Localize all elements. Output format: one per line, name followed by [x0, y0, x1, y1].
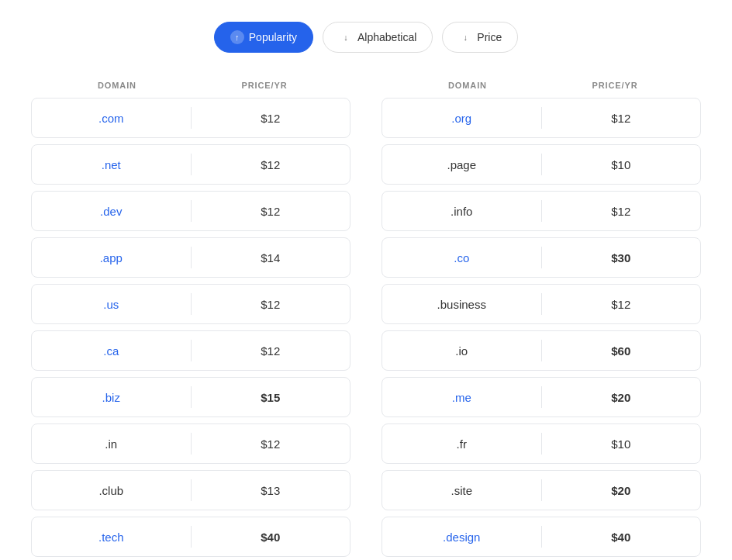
left-domain-table: DOMAIN PRICE/YR .com$12.net$12.dev$12.ap…	[31, 81, 350, 560]
price-label: Price	[477, 31, 502, 43]
tables-container: DOMAIN PRICE/YR .com$12.net$12.dev$12.ap…	[31, 81, 701, 560]
domain-price: $15	[192, 391, 350, 404]
left-domain-header: DOMAIN	[43, 81, 191, 90]
domain-price: $12	[192, 112, 350, 125]
table-row: .page$10	[382, 144, 701, 185]
table-row: .app$14	[31, 237, 350, 278]
sort-popularity-button[interactable]: ↑ Popularity	[214, 22, 313, 53]
domain-price: $10	[542, 437, 701, 451]
table-row: .info$12	[382, 191, 701, 231]
table-row: .net$12	[31, 144, 350, 185]
domain-price: $12	[192, 158, 350, 171]
domain-price: $12	[192, 437, 350, 451]
domain-name: .biz	[32, 391, 191, 404]
domain-name: .info	[382, 205, 541, 218]
table-row: .site$20	[382, 470, 701, 510]
right-domain-table: DOMAIN PRICE/YR .org$12.page$10.info$12.…	[382, 81, 701, 560]
table-row: .ca$12	[31, 330, 350, 371]
sort-bar: ↑ Popularity ↓ Alphabetical ↓ Price	[31, 16, 701, 53]
domain-price: $12	[192, 298, 350, 311]
page-container: ↑ Popularity ↓ Alphabetical ↓ Price DOMA…	[0, 0, 732, 560]
domain-price: $12	[542, 205, 701, 218]
domain-name: .us	[32, 298, 191, 311]
table-row: .fr$10	[382, 423, 701, 464]
domain-price: $60	[542, 344, 701, 358]
sort-price-button[interactable]: ↓ Price	[442, 22, 518, 53]
table-row: .io$60	[382, 330, 701, 371]
table-row: .tech$40	[31, 517, 350, 557]
domain-name: .in	[32, 437, 191, 451]
domain-name: .dev	[32, 205, 191, 218]
table-row: .club$13	[31, 470, 350, 510]
domain-price: $10	[542, 158, 701, 171]
domain-name: .io	[382, 344, 541, 358]
domain-name: .site	[382, 484, 541, 497]
table-row: .design$40	[382, 517, 701, 557]
table-row: .com$12	[31, 98, 350, 138]
popularity-label: Popularity	[249, 31, 297, 43]
domain-price: $40	[542, 531, 701, 544]
price-icon: ↓	[458, 30, 472, 44]
domain-name: .design	[382, 531, 541, 544]
left-rows: .com$12.net$12.dev$12.app$14.us$12.ca$12…	[31, 98, 350, 557]
right-table-header: DOMAIN PRICE/YR	[382, 81, 701, 98]
domain-price: $12	[542, 298, 701, 311]
table-row: .in$12	[31, 423, 350, 464]
popularity-icon: ↑	[230, 30, 244, 44]
domain-name: .app	[32, 251, 191, 264]
domain-price: $13	[192, 484, 350, 497]
table-row: .dev$12	[31, 191, 350, 231]
domain-price: $12	[192, 344, 350, 358]
domain-price: $12	[542, 112, 701, 125]
domain-name: .fr	[382, 437, 541, 451]
domain-price: $14	[192, 251, 350, 264]
domain-name: .tech	[32, 531, 191, 544]
alphabetical-icon: ↓	[339, 30, 353, 44]
domain-name: .club	[32, 484, 191, 497]
domain-name: .org	[382, 112, 541, 125]
domain-price: $12	[192, 205, 350, 218]
table-row: .biz$15	[31, 377, 350, 417]
domain-price: $20	[542, 484, 701, 497]
domain-name: .net	[32, 158, 191, 171]
right-price-header: PRICE/YR	[541, 81, 689, 90]
domain-price: $30	[542, 251, 701, 264]
left-price-header: PRICE/YR	[191, 81, 338, 90]
domain-name: .business	[382, 298, 541, 311]
domain-name: .ca	[32, 344, 191, 358]
right-rows: .org$12.page$10.info$12.co$30.business$1…	[382, 98, 701, 557]
domain-price: $40	[192, 531, 350, 544]
table-row: .org$12	[382, 98, 701, 138]
domain-name: .me	[382, 391, 541, 404]
domain-price: $20	[542, 391, 701, 404]
table-row: .business$12	[382, 284, 701, 324]
domain-name: .com	[32, 112, 191, 125]
table-row: .me$20	[382, 377, 701, 417]
table-row: .us$12	[31, 284, 350, 324]
right-domain-header: DOMAIN	[394, 81, 541, 90]
left-table-header: DOMAIN PRICE/YR	[31, 81, 350, 98]
domain-name: .co	[382, 251, 541, 264]
sort-alphabetical-button[interactable]: ↓ Alphabetical	[323, 22, 433, 53]
table-row: .co$30	[382, 237, 701, 278]
alphabetical-label: Alphabetical	[357, 31, 416, 43]
domain-name: .page	[382, 158, 541, 171]
